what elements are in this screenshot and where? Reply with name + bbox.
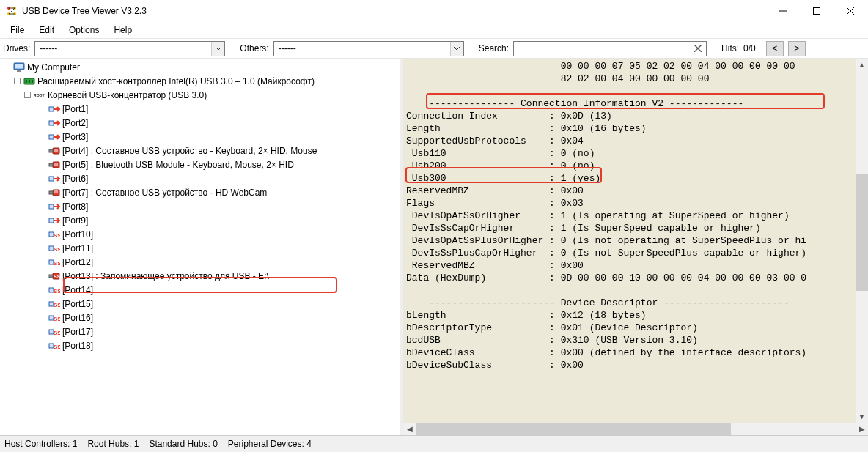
scroll-track[interactable]	[856, 71, 868, 410]
drives-combo-value: ------	[35, 43, 62, 53]
menu-help[interactable]: Help	[106, 23, 139, 37]
tree-row-port[interactable]: SS [Port13] : Запоминающее устройство дл…	[0, 269, 400, 283]
svg-rect-29	[49, 177, 54, 181]
menu-options[interactable]: Options	[62, 23, 106, 37]
tree-row-port[interactable]: [Port7] : Составное USB устройство - HD …	[0, 185, 400, 199]
minimize-button[interactable]	[766, 0, 800, 22]
chevron-down-icon[interactable]	[450, 42, 463, 56]
tree-row-port[interactable]: [Port3]	[0, 130, 400, 144]
close-button[interactable]	[834, 0, 867, 22]
details-pane: 00 00 00 07 05 02 02 00 04 00 00 00 00 0…	[403, 59, 868, 435]
menu-file[interactable]: File	[3, 23, 32, 37]
clear-icon[interactable]	[690, 42, 706, 56]
svg-rect-12	[17, 70, 21, 72]
svg-text:SS: SS	[54, 344, 60, 350]
tree-row-port[interactable]: [Port4] : Составное USB устройство - Key…	[0, 144, 400, 158]
svg-rect-15	[29, 80, 30, 83]
tree-label: My Computer	[27, 62, 80, 73]
svg-rect-19	[49, 121, 54, 125]
svg-rect-43	[49, 275, 53, 278]
tree-expander[interactable]: −	[22, 90, 32, 100]
app-icon	[6, 5, 18, 17]
menu-edit[interactable]: Edit	[32, 23, 62, 37]
svg-rect-34	[49, 204, 54, 209]
svg-rect-5	[814, 8, 820, 15]
tree-row-port[interactable]: [Port6]	[0, 171, 400, 185]
hits-value: 0/0	[743, 43, 756, 53]
svg-rect-11	[15, 64, 23, 68]
tree-row-port[interactable]: SS [Port15]	[0, 297, 400, 311]
tree-label: [Port9]	[62, 215, 88, 226]
prev-hit-button[interactable]: <	[766, 41, 784, 56]
tree-label: [Port13] : Запоминающее устройство для U…	[62, 271, 269, 281]
tree-row-port[interactable]: SS [Port16]	[0, 311, 400, 325]
status-root-hubs: Root Hubs: 1	[87, 439, 139, 449]
scroll-right-icon[interactable]: ▶	[856, 423, 868, 435]
maximize-button[interactable]	[800, 0, 834, 22]
device-tree: − My Computer −	[0, 59, 400, 374]
tree-label: [Port1]	[62, 104, 88, 114]
status-standard-hubs: Standard Hubs: 0	[149, 439, 217, 449]
scrollbar-horizontal[interactable]: ◀ ▶	[403, 423, 868, 435]
svg-text:SS: SS	[54, 260, 60, 267]
tree-row-port[interactable]: [Port5] : Bluetooth USB Module - Keyboar…	[0, 158, 400, 171]
tree-row-port[interactable]: SS [Port11]	[0, 241, 400, 255]
tree-label: [Port18]	[62, 341, 93, 351]
controller-icon	[23, 75, 35, 87]
tree-row-port[interactable]: [Port9]	[0, 213, 400, 227]
tree-row-port[interactable]: SS [Port18]	[0, 338, 400, 352]
svg-rect-16	[32, 80, 33, 83]
tree-row-port[interactable]: SS [Port12]	[0, 255, 400, 269]
details-text[interactable]: 00 00 00 07 05 02 02 00 04 00 00 00 00 0…	[403, 59, 868, 423]
scroll-left-icon[interactable]: ◀	[403, 423, 416, 435]
tree-row-hub[interactable]: − ROOT Корневой USB-концентратор (USB 3.…	[0, 88, 400, 102]
tree-label: [Port7] : Составное USB устройство - HD …	[62, 188, 267, 198]
scroll-up-icon[interactable]: ▲	[856, 59, 868, 71]
svg-text:SS: SS	[54, 302, 60, 308]
svg-rect-26	[49, 163, 53, 166]
scroll-track[interactable]	[416, 423, 856, 435]
svg-text:SS: SS	[54, 330, 60, 336]
others-combo[interactable]: ------	[273, 41, 464, 56]
usb-port-icon	[48, 173, 60, 185]
usb-port-icon	[48, 201, 60, 212]
tree-expander[interactable]: −	[1, 62, 12, 73]
usb-port-icon	[48, 131, 60, 143]
scroll-thumb[interactable]	[416, 423, 731, 435]
usb-port-icon: SS	[48, 229, 60, 240]
tree-row-port[interactable]: [Port1]	[0, 102, 400, 116]
drives-combo[interactable]: ------	[34, 41, 225, 56]
tree-label: [Port6]	[62, 174, 88, 184]
status-host-controllers: Host Controllers: 1	[4, 439, 77, 449]
tree-row-port[interactable]: SS [Port14]	[0, 283, 400, 297]
tree-pane[interactable]: − My Computer −	[0, 59, 400, 435]
tree-row-controller[interactable]: − Расширяемый хост-контроллер Intel(R) U…	[0, 74, 400, 88]
tree-label: [Port4] : Составное USB устройство - Key…	[62, 146, 317, 156]
search-input[interactable]	[514, 42, 690, 56]
tree-label: Корневой USB-концентратор (USB 3.0)	[48, 90, 207, 100]
usb-port-icon: SS	[48, 284, 60, 296]
svg-text:ROOT: ROOT	[34, 93, 45, 97]
scrollbar-vertical[interactable]: ▲ ▼	[856, 59, 868, 423]
usb-port-icon: SS	[48, 242, 60, 254]
tree-row-port[interactable]: SS [Port17]	[0, 325, 400, 338]
scroll-down-icon[interactable]: ▼	[856, 410, 868, 423]
tree-row-port[interactable]: [Port8]	[0, 199, 400, 213]
tree-row-port[interactable]: SS [Port10]	[0, 227, 400, 241]
svg-rect-35	[49, 218, 54, 223]
search-box	[513, 41, 707, 56]
tree-row-port[interactable]: [Port2]	[0, 116, 400, 130]
chevron-down-icon[interactable]	[211, 42, 224, 56]
tree-expander[interactable]: −	[12, 76, 22, 86]
usb-port-icon	[48, 103, 60, 115]
svg-text:SS: SS	[54, 274, 60, 279]
tree-label: [Port2]	[62, 118, 88, 128]
next-hit-button[interactable]: >	[788, 41, 806, 56]
tree-label: [Port8]	[62, 201, 88, 212]
svg-text:SS: SS	[54, 288, 60, 294]
usb-port-icon	[48, 159, 60, 171]
scroll-thumb[interactable]	[856, 174, 868, 291]
tree-label: [Port11]	[62, 243, 93, 253]
tree-row-root[interactable]: − My Computer	[0, 60, 400, 74]
root-hub-icon: ROOT	[34, 89, 45, 101]
